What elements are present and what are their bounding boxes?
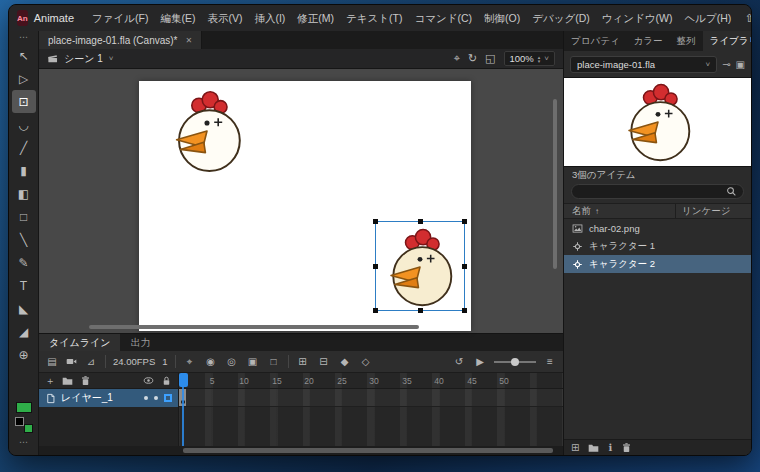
menu-commands[interactable]: コマンド(C) — [409, 5, 479, 31]
transform-handle[interactable] — [462, 264, 467, 269]
item-properties-icon[interactable]: ℹ — [608, 442, 612, 453]
menu-window[interactable]: ウィンドウ(W) — [596, 5, 679, 31]
menu-control[interactable]: 制御(O) — [478, 5, 526, 31]
eraser-tool-icon[interactable]: ◧ — [12, 182, 36, 205]
selected-instance[interactable] — [375, 221, 465, 311]
clip-content-icon[interactable]: ◱ — [485, 52, 495, 65]
timeline-zoom-slider[interactable] — [494, 361, 536, 363]
tab-properties[interactable]: プロパティ — [564, 31, 627, 51]
insert-keyframe-icon[interactable]: ◆ — [338, 356, 352, 367]
custom-onion-icon[interactable]: □ — [267, 356, 281, 367]
toolbar-drag-dots-icon[interactable]: ⋯ — [19, 32, 28, 44]
toolbar-overflow-icon[interactable]: ⋯ — [19, 437, 28, 449]
timeline-zoom-knob[interactable] — [511, 358, 519, 366]
document-tab-close-icon[interactable]: ✕ — [186, 36, 193, 45]
zoom-stepper-down-icon[interactable]: ▾ — [538, 59, 541, 63]
layer-row[interactable]: レイヤー_1 — [39, 389, 178, 407]
fill-color-mini-swatch[interactable] — [24, 424, 33, 433]
library-document-select[interactable]: place-image-01.fla ˅ — [570, 56, 717, 73]
fill-color-swatch[interactable] — [16, 402, 32, 413]
transform-handle[interactable] — [373, 264, 378, 269]
pen-tool-icon[interactable]: ✎ — [12, 251, 36, 274]
library-item-bitmap[interactable]: char-02.png — [564, 219, 751, 237]
new-layer-icon[interactable]: ＋ — [45, 374, 55, 388]
tab-timeline[interactable]: タイムライン — [39, 334, 120, 351]
show-hide-column-icon[interactable] — [143, 375, 154, 386]
graph-editor-icon[interactable]: ⊿ — [84, 356, 98, 367]
zoom-dropdown-icon[interactable]: ˅ — [544, 54, 549, 63]
remove-frame-icon[interactable]: ⊟ — [317, 356, 331, 367]
stage-vertical-scrollbar[interactable] — [553, 99, 557, 269]
stage-canvas[interactable] — [139, 81, 471, 331]
layer-frames-row[interactable] — [179, 389, 563, 407]
chicken-artwork-1[interactable] — [167, 87, 247, 175]
classic-brush-tool-icon[interactable]: ▮ — [12, 159, 36, 182]
tab-library[interactable]: ライブラリ — [703, 31, 752, 51]
rectangle-tool-icon[interactable]: □ — [12, 205, 36, 228]
onion-outline-icon[interactable]: ◎ — [225, 356, 239, 367]
selection-tool-icon[interactable]: ↖ — [12, 44, 36, 67]
transform-handle[interactable] — [373, 219, 378, 224]
menu-modify[interactable]: 修正(M) — [291, 5, 340, 31]
pin-library-icon[interactable]: ⊸ — [722, 59, 730, 70]
current-frame-value[interactable]: 1 — [162, 356, 167, 367]
center-frame-icon[interactable]: ⌖ — [183, 356, 197, 368]
zoom-stepper[interactable]: ▴ ▾ — [538, 55, 541, 63]
center-stage-icon[interactable]: ⌖ — [454, 52, 460, 65]
lock-column-icon[interactable] — [161, 375, 172, 386]
timeline-ruler[interactable]: 5 10 15 20 25 30 35 40 45 50 — [179, 373, 563, 389]
zoom-control[interactable]: 100% ▴ ▾ ˅ — [504, 51, 556, 66]
menu-view[interactable]: 表示(V) — [201, 5, 248, 31]
search-input[interactable] — [578, 187, 726, 197]
column-name[interactable]: 名前 ↑ — [564, 204, 676, 218]
menu-debug[interactable]: デバッグ(D) — [526, 5, 596, 31]
new-library-panel-icon[interactable]: ▣ — [736, 59, 745, 70]
line-tool-icon[interactable]: ╲ — [12, 228, 36, 251]
menu-insert[interactable]: 挿入(I) — [248, 5, 291, 31]
insert-frame-icon[interactable]: ⊞ — [296, 356, 310, 367]
library-search-box[interactable] — [571, 184, 744, 199]
play-button-icon[interactable]: ▶ — [473, 356, 487, 367]
rotation-icon[interactable]: ↻ — [468, 52, 477, 65]
timeline-scrollbar-thumb[interactable] — [183, 448, 553, 453]
stage-horizontal-scrollbar[interactable] — [89, 325, 419, 329]
share-icon[interactable]: ⇧ — [737, 12, 752, 25]
subselection-tool-icon[interactable]: ▷ — [12, 67, 36, 90]
edit-scene-icon[interactable] — [47, 53, 58, 64]
pasteboard[interactable] — [39, 69, 563, 333]
paint-bucket-tool-icon[interactable]: ◣ — [12, 297, 36, 320]
library-item-character-2[interactable]: キャラクター 2 — [564, 255, 751, 273]
timeline-scrollbar-track[interactable] — [39, 446, 563, 455]
transform-handle[interactable] — [373, 308, 378, 313]
document-tab[interactable]: place-image-01.fla (Canvas)* ✕ — [39, 31, 202, 49]
fluid-brush-tool-icon[interactable]: ╱ — [12, 136, 36, 159]
edit-multiple-frames-icon[interactable]: ▣ — [246, 356, 260, 367]
tab-output[interactable]: 出力 — [120, 334, 160, 351]
delete-layer-icon[interactable] — [80, 375, 91, 386]
new-symbol-icon[interactable]: ⊞ — [571, 442, 579, 453]
layer-visibility-dot[interactable] — [144, 396, 148, 400]
scene-chevron-icon[interactable]: ˅ — [109, 54, 114, 63]
chicken-artwork-2[interactable] — [381, 225, 459, 309]
menu-file[interactable]: ファイル(F) — [86, 5, 154, 31]
layer-outline-color-swatch[interactable] — [164, 394, 172, 402]
transform-handle[interactable] — [418, 219, 423, 224]
transform-handle[interactable] — [462, 219, 467, 224]
menu-edit[interactable]: 編集(E) — [154, 5, 201, 31]
advanced-layers-icon[interactable]: ▤ — [45, 356, 59, 367]
delete-item-icon[interactable] — [621, 442, 632, 453]
transform-handle[interactable] — [462, 308, 467, 313]
onion-skin-icon[interactable]: ◉ — [204, 356, 218, 367]
fps-value[interactable]: 24.00FPS — [113, 356, 155, 367]
menu-text[interactable]: テキスト(T) — [340, 5, 408, 31]
loop-playback-icon[interactable]: ↺ — [452, 356, 466, 367]
tab-color[interactable]: カラー — [627, 31, 670, 51]
new-folder-icon[interactable] — [588, 442, 599, 453]
zoom-tool-icon[interactable]: ⊕ — [12, 343, 36, 366]
stroke-color-swatch[interactable] — [15, 417, 24, 426]
library-item-character-1[interactable]: キャラクター 1 — [564, 237, 751, 255]
layer-lock-dot[interactable] — [154, 396, 158, 400]
insert-blank-keyframe-icon[interactable]: ◇ — [359, 356, 373, 367]
transform-handle[interactable] — [418, 308, 423, 313]
timeline-menu-icon[interactable]: ≡ — [543, 356, 557, 367]
